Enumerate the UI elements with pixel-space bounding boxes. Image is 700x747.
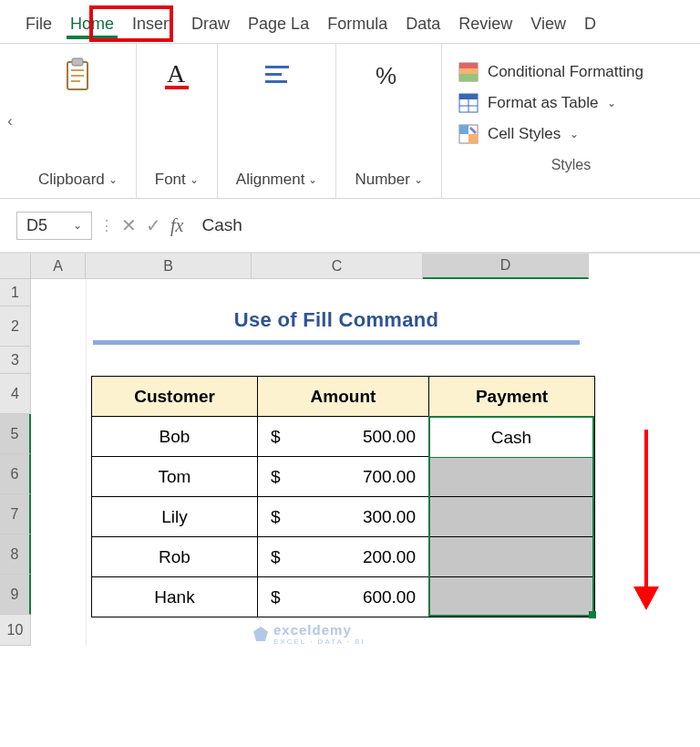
amount-value: 500.00 bbox=[363, 427, 416, 447]
row-header-8[interactable]: 8 bbox=[0, 534, 31, 575]
cell-payment[interactable] bbox=[429, 497, 595, 537]
row-header-5[interactable]: 5 bbox=[0, 414, 31, 454]
cell-amount[interactable]: $600.00 bbox=[258, 577, 429, 617]
name-box[interactable]: D5 ⌄ bbox=[16, 212, 92, 240]
tab-view[interactable]: View bbox=[521, 9, 575, 43]
ribbon-scroll-left[interactable]: ‹ bbox=[0, 44, 20, 198]
row-header-9[interactable]: 9 bbox=[0, 575, 31, 615]
column-header-A[interactable]: A bbox=[31, 254, 86, 279]
chevron-down-icon: ⌄ bbox=[108, 173, 118, 186]
header-amount[interactable]: Amount bbox=[258, 377, 429, 417]
enter-icon[interactable]: ✓ bbox=[146, 214, 161, 236]
formula-bar: D5 ⌄ ⋮ ✕ ✓ fx bbox=[0, 199, 700, 254]
alignment-icon[interactable] bbox=[262, 57, 293, 93]
fx-icon[interactable]: fx bbox=[170, 215, 183, 236]
clipboard-icon[interactable] bbox=[62, 57, 93, 93]
header-payment[interactable]: Payment bbox=[429, 377, 595, 417]
cell-payment[interactable] bbox=[429, 537, 595, 577]
tab-formulas[interactable]: Formula bbox=[318, 9, 396, 43]
tab-insert[interactable]: Insert bbox=[123, 9, 182, 43]
table-row: Bob $500.00 bbox=[92, 417, 595, 457]
cancel-icon[interactable]: ✕ bbox=[121, 214, 137, 236]
sheet-title: Use of Fill Command bbox=[93, 308, 580, 345]
formula-bar-divider: ⋮ bbox=[103, 210, 110, 241]
row-header-4[interactable]: 4 bbox=[0, 374, 31, 414]
cell-amount[interactable]: $200.00 bbox=[258, 537, 429, 577]
cell-styles-label: Cell Styles bbox=[488, 125, 561, 143]
watermark-tagline: EXCEL · DATA · BI bbox=[273, 638, 365, 646]
row-header-1[interactable]: 1 bbox=[0, 279, 31, 306]
header-customer[interactable]: Customer bbox=[92, 377, 258, 417]
svg-text:A: A bbox=[167, 59, 186, 88]
currency-symbol: $ bbox=[271, 587, 281, 607]
annotation-red-arrow bbox=[628, 430, 664, 617]
column-header-C[interactable]: C bbox=[252, 254, 423, 279]
ribbon-tabs: File Home Insert Draw Page La Formula Da… bbox=[0, 0, 700, 44]
tab-page-layout[interactable]: Page La bbox=[239, 9, 318, 43]
svg-rect-12 bbox=[459, 63, 478, 68]
svg-rect-1 bbox=[72, 58, 83, 66]
chevron-down-icon: ⌄ bbox=[570, 128, 579, 140]
format-as-table-button[interactable]: Format as Table ⌄ bbox=[458, 88, 684, 119]
formula-input[interactable] bbox=[194, 212, 684, 239]
ribbon-group-styles: Conditional Formatting Format as Table ⌄… bbox=[442, 44, 700, 198]
ribbon-group-clipboard: Clipboard ⌄ bbox=[20, 44, 137, 198]
row-header-6[interactable]: 6 bbox=[0, 454, 31, 494]
tab-home[interactable]: Home bbox=[61, 9, 123, 43]
row-headers: 1 2 3 4 5 6 7 8 9 10 bbox=[0, 279, 31, 646]
cell-amount[interactable]: $500.00 bbox=[258, 417, 429, 457]
amount-value: 600.00 bbox=[363, 587, 416, 607]
ribbon-group-number: % Number ⌄ bbox=[336, 44, 441, 198]
table-row: Lily $300.00 bbox=[92, 497, 595, 537]
cell-grid[interactable]: Use of Fill Command Customer Amount Paym… bbox=[31, 279, 669, 646]
cell-customer[interactable]: Rob bbox=[92, 537, 258, 577]
cell-payment[interactable] bbox=[429, 577, 595, 617]
ribbon-group-font: A Font ⌄ bbox=[137, 44, 218, 198]
clipboard-group-label[interactable]: Clipboard ⌄ bbox=[38, 171, 118, 189]
currency-symbol: $ bbox=[271, 507, 281, 527]
cell-customer[interactable]: Bob bbox=[92, 417, 258, 457]
tab-overflow[interactable]: D bbox=[575, 9, 605, 43]
row-header-7[interactable]: 7 bbox=[0, 494, 31, 534]
row-header-2[interactable]: 2 bbox=[0, 306, 31, 347]
cell-payment[interactable] bbox=[429, 417, 595, 457]
cell-customer[interactable]: Lily bbox=[92, 497, 258, 537]
ribbon-home: ‹ Clipboard ⌄ A Font ⌄ Alignment ⌄ % bbox=[0, 44, 700, 199]
ribbon-group-alignment: Alignment ⌄ bbox=[218, 44, 337, 198]
column-header-D[interactable]: D bbox=[423, 254, 589, 279]
row-header-3[interactable]: 3 bbox=[0, 347, 31, 374]
table-row: Tom $700.00 bbox=[92, 457, 595, 497]
tab-data[interactable]: Data bbox=[396, 9, 449, 43]
svg-rect-8 bbox=[265, 73, 282, 76]
svg-rect-13 bbox=[459, 68, 478, 74]
chevron-down-icon: ⌄ bbox=[414, 173, 423, 186]
watermark-brand: exceldemy bbox=[273, 622, 352, 638]
column-headers: A B C D bbox=[0, 254, 700, 279]
number-icon[interactable]: % bbox=[374, 57, 405, 93]
cell-amount[interactable]: $700.00 bbox=[258, 457, 429, 497]
cell-customer[interactable]: Hank bbox=[92, 577, 258, 617]
data-table: Customer Amount Payment Bob $500.00 Tom … bbox=[91, 376, 595, 617]
column-header-B[interactable]: B bbox=[86, 254, 252, 279]
cell-payment[interactable] bbox=[429, 457, 595, 497]
svg-rect-7 bbox=[265, 66, 289, 68]
number-label-text: Number bbox=[355, 171, 409, 189]
number-group-label[interactable]: Number ⌄ bbox=[355, 171, 422, 189]
font-icon[interactable]: A bbox=[161, 57, 192, 93]
alignment-group-label[interactable]: Alignment ⌄ bbox=[236, 171, 318, 189]
tab-review[interactable]: Review bbox=[449, 9, 521, 43]
font-group-label[interactable]: Font ⌄ bbox=[155, 171, 199, 189]
currency-symbol: $ bbox=[271, 427, 281, 447]
cell-styles-button[interactable]: Cell Styles ⌄ bbox=[458, 119, 684, 150]
format-as-table-icon bbox=[458, 93, 479, 113]
conditional-formatting-button[interactable]: Conditional Formatting bbox=[458, 57, 684, 88]
chevron-down-icon: ⌄ bbox=[607, 97, 616, 109]
tab-draw[interactable]: Draw bbox=[182, 9, 239, 43]
select-all-corner[interactable] bbox=[0, 254, 31, 279]
cell-customer[interactable]: Tom bbox=[92, 457, 258, 497]
row-header-10[interactable]: 10 bbox=[0, 615, 31, 646]
watermark: exceldemy EXCEL · DATA · BI bbox=[253, 622, 365, 646]
conditional-formatting-label: Conditional Formatting bbox=[488, 63, 643, 81]
tab-file[interactable]: File bbox=[16, 9, 61, 43]
cell-amount[interactable]: $300.00 bbox=[258, 497, 429, 537]
